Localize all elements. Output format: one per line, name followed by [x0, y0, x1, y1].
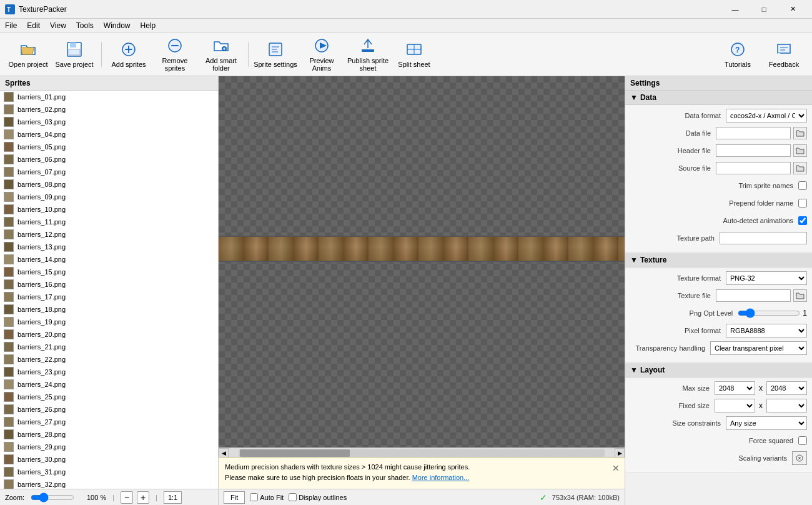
texture-file-input[interactable] — [716, 289, 791, 302]
sprite-item[interactable]: barriers_04.png — [0, 128, 218, 141]
size-constraints-select[interactable]: Any size POT — [726, 416, 807, 430]
sprite-item[interactable]: barriers_17.png — [0, 291, 218, 303]
source-file-input[interactable] — [716, 162, 791, 174]
zoom-1-1-button[interactable]: 1:1 — [164, 491, 182, 504]
sprite-item[interactable]: barriers_13.png — [0, 241, 218, 253]
sprite-item[interactable]: barriers_12.png — [0, 228, 218, 241]
png-opt-level-slider[interactable] — [738, 309, 800, 318]
sprite-item[interactable]: barriers_10.png — [0, 203, 218, 216]
sprite-item[interactable]: barriers_08.png — [0, 178, 218, 191]
hscroll-track[interactable] — [239, 449, 605, 457]
force-squared-checkbox[interactable] — [798, 436, 807, 445]
sprite-item[interactable]: barriers_19.png — [0, 316, 218, 328]
add-smart-folder-button[interactable]: Add smart folder — [199, 36, 243, 73]
zoom-slider[interactable] — [31, 492, 74, 502]
auto-fit-checkbox[interactable] — [250, 493, 258, 501]
data-file-browse-button[interactable] — [793, 127, 807, 139]
zoom-minus-button[interactable]: − — [121, 491, 133, 504]
minimize-button[interactable]: — — [721, 0, 750, 19]
texture-file-browse-button[interactable] — [793, 289, 807, 302]
fixed-size-h-select[interactable] — [766, 399, 807, 412]
prepend-folder-name-checkbox[interactable] — [798, 199, 807, 208]
sprite-item[interactable]: barriers_22.png — [0, 353, 218, 366]
remove-sprites-button[interactable]: Remove sprites — [153, 36, 197, 73]
scroll-right-button[interactable]: ▶ — [615, 448, 625, 458]
sprite-item[interactable]: barriers_05.png — [0, 141, 218, 153]
sprite-item[interactable]: barriers_25.png — [0, 391, 218, 403]
data-format-control: cocos2d-x / Axmol / Coc — [726, 109, 807, 122]
layout-section-header[interactable]: ▼ Layout — [625, 363, 812, 378]
data-section-label: Data — [640, 93, 656, 102]
sprite-item[interactable]: barriers_14.png — [0, 253, 218, 266]
fixed-size-w-select[interactable] — [715, 399, 755, 412]
warning-link[interactable]: More information... — [412, 474, 470, 481]
sprite-item[interactable]: barriers_03.png — [0, 116, 218, 128]
sprite-item[interactable]: barriers_26.png — [0, 403, 218, 416]
menu-window[interactable]: Window — [99, 19, 136, 32]
data-format-select[interactable]: cocos2d-x / Axmol / Coc — [726, 109, 807, 122]
auto-detect-animations-checkbox[interactable] — [798, 216, 807, 225]
menu-edit[interactable]: Edit — [22, 19, 45, 32]
folder-icon-4 — [796, 291, 805, 300]
menu-view[interactable]: View — [45, 19, 71, 32]
sprite-item[interactable]: barriers_28.png — [0, 428, 218, 441]
close-button[interactable]: ✕ — [778, 0, 807, 19]
menu-help[interactable]: Help — [136, 19, 161, 32]
max-size-w-select[interactable]: 2048 512 1024 4096 — [715, 381, 755, 395]
transparency-handling-select[interactable]: Clear transparent pixel — [710, 341, 807, 355]
zoom-plus-button[interactable]: + — [137, 491, 149, 504]
preview-anims-button[interactable]: Preview Anims — [300, 36, 344, 73]
texture-format-select[interactable]: PNG-32 — [726, 271, 807, 285]
max-size-h-select[interactable]: 2048 512 1024 4096 — [766, 381, 807, 395]
data-file-input[interactable] — [716, 127, 791, 139]
sprite-item[interactable]: barriers_02.png — [0, 103, 218, 116]
sprite-settings-button[interactable]: Sprite settings — [254, 36, 297, 73]
sprite-item[interactable]: barriers_21.png — [0, 341, 218, 353]
publish-button[interactable]: Publish sprite sheet — [346, 36, 390, 73]
sprite-list-content[interactable]: barriers_01.pngbarriers_02.pngbarriers_0… — [0, 91, 218, 489]
hscroll-thumb[interactable] — [240, 449, 350, 457]
menu-file[interactable]: File — [0, 19, 22, 32]
sprite-item[interactable]: barriers_30.png — [0, 453, 218, 466]
feedback-button[interactable]: Feedback — [762, 36, 806, 73]
canvas-hscroll[interactable]: ◀ ▶ — [219, 448, 625, 458]
scaling-variants-button[interactable] — [792, 451, 807, 465]
display-outlines-checkbox[interactable] — [289, 493, 297, 501]
sprite-item[interactable]: barriers_09.png — [0, 191, 218, 203]
open-project-button[interactable]: Open project — [6, 36, 50, 73]
pixel-format-select[interactable]: RGBA8888 — [726, 324, 807, 338]
texture-file-control — [716, 289, 807, 302]
scroll-left-button[interactable]: ◀ — [219, 448, 229, 458]
header-file-input[interactable] — [716, 144, 791, 157]
sprite-item[interactable]: barriers_20.png — [0, 328, 218, 341]
sprite-item[interactable]: barriers_24.png — [0, 378, 218, 391]
sprite-item[interactable]: barriers_11.png — [0, 216, 218, 228]
sprite-item[interactable]: barriers_32.png — [0, 478, 218, 489]
sprite-item[interactable]: barriers_29.png — [0, 441, 218, 453]
sprite-item[interactable]: barriers_27.png — [0, 416, 218, 428]
sprite-item[interactable]: barriers_31.png — [0, 466, 218, 478]
sprite-item[interactable]: barriers_06.png — [0, 153, 218, 166]
warning-close-button[interactable]: ✕ — [612, 463, 620, 473]
sprite-item[interactable]: barriers_16.png — [0, 278, 218, 291]
split-sheet-button[interactable]: Split sheet — [392, 36, 436, 73]
sprite-item[interactable]: barriers_23.png — [0, 366, 218, 378]
source-file-browse-button[interactable] — [793, 162, 807, 174]
sprite-item[interactable]: barriers_15.png — [0, 266, 218, 278]
save-project-button[interactable]: Save project — [52, 36, 96, 73]
tutorials-button[interactable]: ? Tutorials — [716, 36, 760, 73]
sprite-item[interactable]: barriers_18.png — [0, 303, 218, 316]
trim-sprite-names-checkbox[interactable] — [798, 181, 807, 190]
sprite-item[interactable]: barriers_01.png — [0, 91, 218, 103]
texture-path-input[interactable] — [720, 232, 807, 244]
texture-format-label: Texture format — [630, 274, 726, 282]
data-section-header[interactable]: ▼ Data — [625, 91, 812, 105]
maximize-button[interactable]: □ — [750, 0, 778, 19]
canvas-viewport[interactable] — [219, 76, 625, 448]
texture-section-header[interactable]: ▼ Texture — [625, 253, 812, 268]
add-sprites-button[interactable]: Add sprites — [107, 36, 151, 73]
sprite-item[interactable]: barriers_07.png — [0, 166, 218, 178]
menu-tools[interactable]: Tools — [71, 19, 99, 32]
fit-button[interactable]: Fit — [224, 491, 245, 504]
header-file-browse-button[interactable] — [793, 144, 807, 157]
